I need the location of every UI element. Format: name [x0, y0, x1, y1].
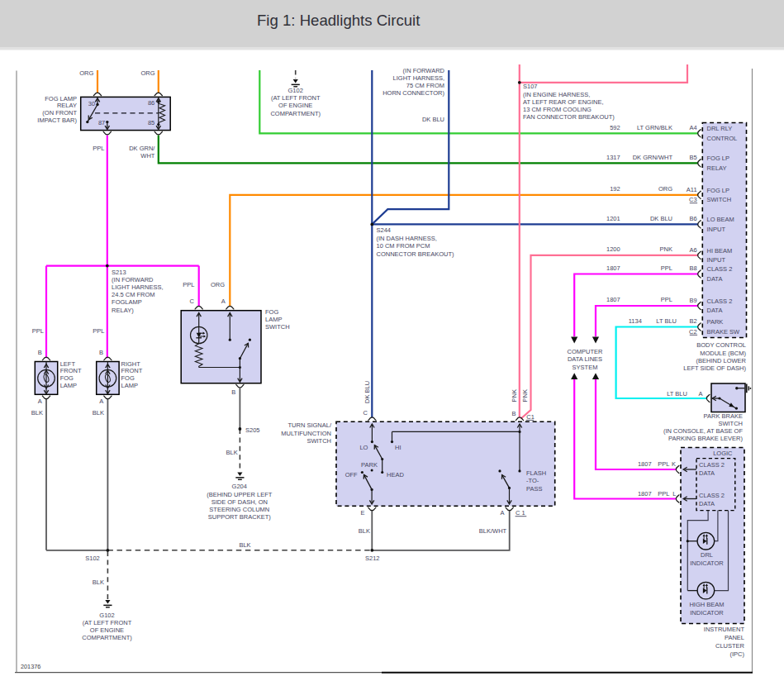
svg-text:A: A: [38, 398, 42, 405]
svg-text:ORG: ORG: [141, 69, 155, 77]
svg-text:OF ENGINE: OF ENGINE: [90, 626, 124, 634]
svg-text:RELAY): RELAY): [112, 307, 134, 314]
svg-text:C: C: [363, 409, 368, 417]
svg-text:B2: B2: [689, 317, 696, 325]
svg-text:BLK/WHT: BLK/WHT: [479, 527, 507, 535]
svg-text:A6: A6: [689, 246, 696, 254]
svg-text:BLK: BLK: [226, 449, 238, 456]
svg-text:DATA: DATA: [707, 307, 723, 314]
svg-text:SWITCH: SWITCH: [306, 437, 331, 445]
svg-text:SIDE OF DASH, ON: SIDE OF DASH, ON: [211, 498, 268, 506]
svg-text:FOGLAMP: FOGLAMP: [112, 298, 142, 306]
svg-text:LEFT SIDE OF DASH): LEFT SIDE OF DASH): [683, 364, 746, 372]
svg-text:75 CM FROM: 75 CM FROM: [406, 82, 444, 89]
svg-text:BLK: BLK: [239, 541, 250, 549]
svg-text:AT LEFT REAR OF ENGINE,: AT LEFT REAR OF ENGINE,: [523, 98, 604, 106]
svg-text:BLK: BLK: [93, 579, 104, 586]
svg-text:INPUT: INPUT: [707, 256, 726, 264]
svg-text:SUPPORT BRACKET): SUPPORT BRACKET): [208, 513, 271, 521]
svg-text:K: K: [672, 460, 676, 468]
svg-text:PPL: PPL: [93, 327, 104, 335]
svg-text:DATA: DATA: [699, 500, 715, 507]
svg-text:(IN FORWARD: (IN FORWARD: [403, 67, 445, 74]
svg-text:DK BLU: DK BLU: [650, 215, 672, 222]
svg-text:(IN DASH HARNESS,: (IN DASH HARNESS,: [377, 235, 437, 242]
svg-text:B6: B6: [689, 215, 696, 222]
svg-text:DATA: DATA: [699, 469, 715, 477]
svg-text:HEAD: HEAD: [387, 471, 404, 479]
svg-text:B: B: [38, 349, 42, 356]
svg-text:PNK: PNK: [660, 245, 672, 253]
svg-text:B8: B8: [689, 264, 696, 272]
svg-text:CONNECTOR BREAKOUT): CONNECTOR BREAKOUT): [377, 250, 455, 258]
svg-text:PARK: PARK: [707, 318, 724, 326]
svg-text:FOG: FOG: [60, 374, 74, 382]
svg-text:LT GRN/BLK: LT GRN/BLK: [637, 124, 672, 131]
svg-text:B5: B5: [689, 154, 696, 161]
svg-text:STEERING COLUMN: STEERING COLUMN: [209, 506, 269, 513]
svg-text:HIGH BEAM: HIGH BEAM: [689, 601, 724, 608]
svg-text:(IPC): (IPC): [730, 650, 745, 658]
svg-text:DK BLU: DK BLU: [363, 381, 371, 403]
svg-text:C3: C3: [689, 196, 697, 203]
svg-text:RELAY: RELAY: [57, 102, 77, 109]
svg-text:S244: S244: [377, 226, 392, 234]
svg-text:LT BLU: LT BLU: [656, 317, 677, 325]
svg-text:HI BEAM: HI BEAM: [707, 247, 733, 255]
svg-text:E: E: [360, 509, 364, 517]
svg-text:FOG LP: FOG LP: [707, 187, 730, 194]
svg-text:B9: B9: [689, 297, 696, 304]
svg-text:A: A: [221, 298, 226, 305]
svg-text:S107: S107: [523, 83, 538, 90]
svg-text:WHT: WHT: [140, 152, 154, 160]
svg-text:A11: A11: [687, 186, 697, 193]
svg-text:SWITCH: SWITCH: [718, 420, 743, 427]
svg-text:G102: G102: [288, 87, 303, 94]
svg-text:24.5 CM FROM: 24.5 CM FROM: [112, 291, 155, 298]
svg-text:(AT LEFT FRONT: (AT LEFT FRONT: [83, 619, 132, 626]
svg-text:FOG: FOG: [265, 308, 278, 316]
svg-text:DK GRN/WHT: DK GRN/WHT: [633, 154, 673, 161]
svg-text:G204: G204: [232, 483, 247, 490]
svg-text:HORN CONNECTOR): HORN CONNECTOR): [382, 89, 444, 97]
svg-text:A4: A4: [689, 124, 696, 131]
svg-text:1807: 1807: [606, 296, 620, 303]
svg-text:PANEL: PANEL: [725, 634, 744, 641]
svg-text:1807: 1807: [606, 264, 620, 272]
svg-text:(IN FORWARD: (IN FORWARD: [112, 276, 154, 283]
svg-text:DRL: DRL: [701, 551, 713, 559]
svg-text:(IN ENGINE HARNESS,: (IN ENGINE HARNESS,: [523, 91, 590, 98]
svg-text:FOG LAMP: FOG LAMP: [45, 95, 77, 102]
svg-text:RELAY: RELAY: [707, 164, 727, 172]
svg-text:BLK: BLK: [31, 409, 43, 417]
svg-text:Fig 1: Headlights Circuit: Fig 1: Headlights Circuit: [257, 12, 421, 29]
svg-text:DRL RLY: DRL RLY: [707, 125, 733, 132]
svg-text:COMPUTER: COMPUTER: [568, 348, 604, 355]
svg-text:CLASS 2: CLASS 2: [699, 492, 725, 499]
svg-text:ORG: ORG: [658, 185, 672, 193]
svg-text:CLASS 2: CLASS 2: [707, 298, 733, 305]
svg-text:201376: 201376: [21, 663, 40, 670]
svg-text:B: B: [231, 388, 235, 396]
svg-text:B: B: [99, 349, 103, 356]
svg-text:PARK BRAKE: PARK BRAKE: [704, 412, 743, 420]
svg-text:SWITCH: SWITCH: [707, 196, 732, 203]
svg-text:1201: 1201: [606, 215, 620, 222]
svg-text:L: L: [672, 490, 676, 498]
svg-text:LIGHT HARNESS,: LIGHT HARNESS,: [393, 74, 444, 82]
svg-text:13 CM FROM COOLING: 13 CM FROM COOLING: [523, 106, 592, 113]
svg-text:S212: S212: [365, 555, 380, 562]
svg-text:S102: S102: [85, 555, 100, 562]
svg-text:OF ENGINE: OF ENGINE: [278, 102, 312, 109]
svg-text:LEFT: LEFT: [60, 360, 76, 368]
svg-text:PPL: PPL: [658, 460, 669, 468]
svg-text:1200: 1200: [606, 245, 620, 253]
svg-text:CLASS 2: CLASS 2: [707, 265, 733, 273]
svg-text:1317: 1317: [606, 154, 620, 161]
svg-text:C1: C1: [526, 413, 535, 421]
svg-text:LAMP: LAMP: [60, 382, 77, 389]
svg-text:S205: S205: [245, 426, 260, 434]
svg-text:DATA LINES: DATA LINES: [568, 355, 602, 363]
svg-text:B: B: [511, 410, 516, 417]
svg-text:LOGIC: LOGIC: [713, 450, 733, 457]
